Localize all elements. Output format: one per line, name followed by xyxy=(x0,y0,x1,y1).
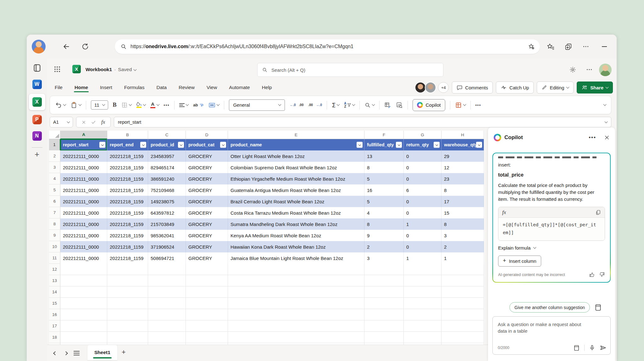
grid-cell[interactable]: 8 xyxy=(364,218,404,230)
filter-button[interactable] xyxy=(220,142,226,148)
number-format-select[interactable]: General xyxy=(229,99,285,111)
insert-column-button[interactable]: +Insert column xyxy=(498,256,541,267)
explain-formula-toggle[interactable]: Explain formula xyxy=(498,245,605,251)
grid-cell[interactable] xyxy=(228,264,364,275)
collaborator-avatar[interactable] xyxy=(415,82,426,93)
grid-cell[interactable] xyxy=(107,298,148,309)
menu-tab-help[interactable]: Help xyxy=(261,81,273,94)
grid-cell[interactable]: 2 xyxy=(441,241,484,252)
row-number[interactable]: 1 xyxy=(49,139,60,150)
paste-button[interactable] xyxy=(70,102,81,109)
grid-cell[interactable] xyxy=(404,320,441,332)
add-app-button[interactable]: + xyxy=(27,149,47,159)
prev-sheet-icon[interactable] xyxy=(50,349,60,357)
search-input[interactable]: Search (Alt + Q) xyxy=(257,63,443,77)
sidebar-item-excel[interactable]: X xyxy=(29,94,45,110)
enter-icon[interactable] xyxy=(91,120,96,125)
grid-cell[interactable]: 5 xyxy=(364,173,404,184)
grid-cell[interactable]: 5 xyxy=(364,196,404,207)
filter-button[interactable] xyxy=(434,142,440,148)
grid-cell[interactable]: 20221218_1159 xyxy=(107,218,148,230)
grid-cell[interactable]: 3 xyxy=(364,252,404,264)
microphone-icon[interactable] xyxy=(589,345,595,351)
ribbon-collapse-icon[interactable] xyxy=(603,103,607,106)
grid-cell[interactable]: 20221218_1159 xyxy=(107,230,148,241)
sidebar-item-journal[interactable] xyxy=(30,61,44,75)
grid-cell[interactable]: 23 xyxy=(441,173,484,184)
row-number[interactable]: 2 xyxy=(49,150,60,162)
row-number[interactable]: 13 xyxy=(49,275,60,286)
grid-cell[interactable]: 202212111_0000 xyxy=(60,230,107,241)
grid-cell[interactable] xyxy=(364,320,404,332)
prompt-guide-icon[interactable] xyxy=(573,345,580,351)
filter-button[interactable] xyxy=(140,142,146,148)
align-button[interactable] xyxy=(179,103,188,107)
collaborator-overflow-badge[interactable]: +4 xyxy=(438,82,449,93)
analyze-data-button[interactable] xyxy=(396,102,403,109)
bold-button[interactable]: B xyxy=(113,102,117,108)
column-header-E[interactable]: E xyxy=(228,131,364,139)
autosum-button[interactable]: Σ xyxy=(332,102,339,109)
filter-button[interactable] xyxy=(99,142,105,148)
grid-cell[interactable] xyxy=(107,286,148,298)
grid-cell[interactable] xyxy=(60,264,107,275)
comments-button[interactable]: Comments xyxy=(452,82,493,93)
copilot-close-icon[interactable] xyxy=(604,135,609,140)
increase-decimal-button[interactable]: ←.0.00 xyxy=(290,103,303,107)
table-header-cell[interactable]: report_start xyxy=(60,139,107,150)
back-icon[interactable] xyxy=(61,42,71,52)
grid-cell[interactable] xyxy=(148,332,186,343)
grid-cell[interactable]: Jamaica Blue Mountain Light Roast Whole … xyxy=(228,252,364,264)
grid-cell[interactable]: Kenya AA Medium Roast Whole Bean 12oz xyxy=(228,230,364,241)
collections-icon[interactable] xyxy=(563,42,573,52)
grid-cell[interactable] xyxy=(107,309,148,320)
grid-cell[interactable] xyxy=(60,309,107,320)
grid-cell[interactable]: 0 xyxy=(404,207,441,218)
decrease-decimal-button[interactable]: .00→.0 xyxy=(308,103,322,107)
table-header-cell[interactable]: product_id xyxy=(148,139,186,150)
grid-cell[interactable] xyxy=(404,309,441,320)
grid-cell[interactable]: 0 xyxy=(404,230,441,241)
grid-cell[interactable]: 15 xyxy=(441,207,484,218)
browser-menu-icon[interactable] xyxy=(581,42,591,52)
table-header-cell[interactable]: product_cat xyxy=(186,139,228,150)
grid-cell[interactable]: 29 xyxy=(441,150,484,162)
row-number[interactable]: 18 xyxy=(49,332,60,343)
row-number[interactable]: 17 xyxy=(49,320,60,332)
copy-icon[interactable] xyxy=(595,210,601,215)
column-header-A[interactable]: A xyxy=(60,131,107,139)
all-sheets-icon[interactable] xyxy=(71,349,82,357)
grid-cell[interactable]: Hawaiian Kona Dark Roast Whole Bean 12oz xyxy=(228,241,364,252)
grid-cell[interactable]: 202212111_0000 xyxy=(60,252,107,264)
grid-cell[interactable] xyxy=(441,264,484,275)
grid-cell[interactable]: 20221218_1159 xyxy=(107,241,148,252)
grid-cell[interactable]: 6 xyxy=(404,184,441,196)
grid-cell[interactable]: 149238075 xyxy=(148,196,186,207)
grid-cell[interactable]: 202212111_0000 xyxy=(60,218,107,230)
grid-cell[interactable] xyxy=(441,320,484,332)
grid-cell[interactable]: 752109468 xyxy=(148,184,186,196)
minimize-button[interactable] xyxy=(599,42,610,52)
grid-cell[interactable]: 20221218_1159 xyxy=(107,196,148,207)
grid-cell[interactable] xyxy=(60,275,107,286)
grid-cell[interactable] xyxy=(60,320,107,332)
address-bar[interactable]: https://onedrive.live.com/:w:/t/EaCKkPs6… xyxy=(115,39,540,54)
copilot-chat-input[interactable]: Ask a question or make a request about d… xyxy=(492,316,611,355)
grid-cell[interactable] xyxy=(228,298,364,309)
grid-cell[interactable]: 0 xyxy=(404,162,441,173)
grid-cell[interactable]: 0 xyxy=(404,196,441,207)
grid-cell[interactable]: 508694721 xyxy=(148,252,186,264)
grid-cell[interactable] xyxy=(148,309,186,320)
grid-cell[interactable] xyxy=(404,332,441,343)
merge-cells-button[interactable] xyxy=(208,102,219,108)
grid-cell[interactable] xyxy=(228,286,364,298)
grid-cell[interactable]: Sumatra Mandheling Dark Roast Whole Bean… xyxy=(228,218,364,230)
name-box[interactable]: A1 xyxy=(50,117,73,127)
grid-cell[interactable]: 202212111_0000 xyxy=(60,150,107,162)
favorites-bar-icon[interactable] xyxy=(546,42,556,52)
row-number[interactable]: 4 xyxy=(49,173,60,184)
grid-cell[interactable]: 20221218_1159 xyxy=(107,150,148,162)
menu-tab-file[interactable]: File xyxy=(54,81,63,94)
sidebar-item-powerpoint[interactable]: P xyxy=(30,113,44,127)
grid-cell[interactable] xyxy=(60,332,107,343)
